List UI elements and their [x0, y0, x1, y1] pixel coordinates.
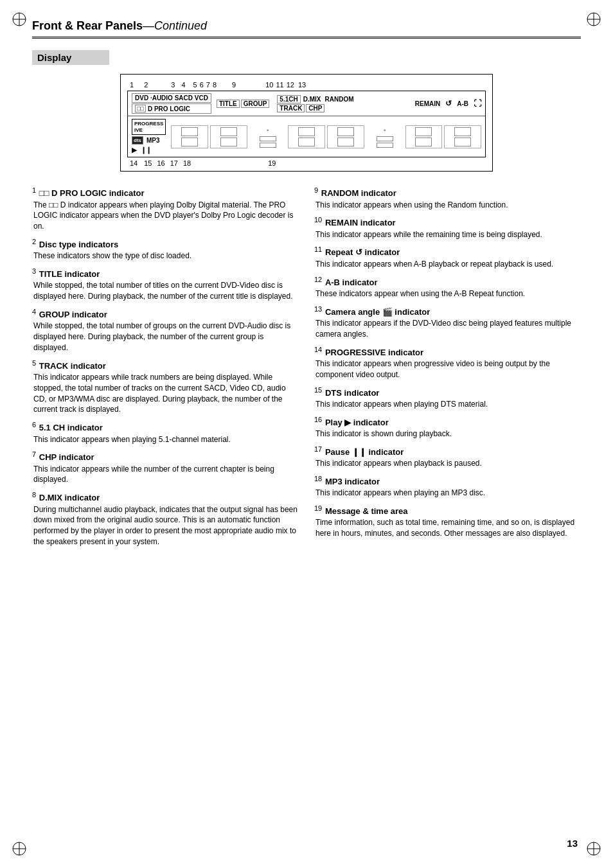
item-6-body: This indicator appears when playing 5.1-…	[32, 434, 299, 445]
panel-chp: CHP	[306, 104, 324, 112]
panel-pause-icon: ❙❙	[141, 146, 151, 154]
diag-num-16: 16	[157, 159, 165, 167]
panel-dts: dts	[132, 136, 143, 145]
item-9-title: RANDOM indicator	[321, 189, 396, 199]
panel-progressive: PROGRESSIVE	[132, 119, 166, 135]
item-4: 4 GROUP indicator While stopped, the tot…	[32, 308, 299, 353]
panel-title: TITLE	[217, 100, 240, 108]
panel-dd-pro-logic: □□ D PRO LOGIC	[132, 103, 211, 114]
section-heading: Display	[32, 50, 109, 65]
panel-play-icon: ▶	[132, 146, 137, 154]
item-5: 5 TRACK indicator This indicator appears…	[32, 360, 299, 416]
diag-num-5: 5	[193, 81, 197, 89]
item-7-body: This indicator appears while the number …	[32, 464, 299, 486]
item-2-title: Disc type indicators	[39, 240, 119, 249]
panel-group: GROUP	[241, 100, 270, 108]
item-19-body: Time information, such as total time, re…	[314, 517, 581, 539]
content-area: 1 □□ D PRO LOGIC indicator The □□ D indi…	[32, 187, 581, 554]
digit-1	[171, 125, 208, 148]
item-4-title: GROUP indicator	[39, 310, 107, 319]
page-title: Front & Rear Panels—Continued	[32, 19, 207, 32]
item-12-title: A-B indicator	[325, 278, 378, 287]
item-14-title: PROGRESSIVE indicator	[325, 348, 423, 357]
panel-track: TRACK	[277, 104, 305, 112]
diag-num-14: 14	[130, 159, 138, 167]
item-18-title: MP3 indicator	[325, 477, 380, 486]
digit-7	[405, 125, 443, 148]
diag-num-2: 2	[144, 81, 148, 89]
item-15-title: DTS indicator	[325, 388, 380, 398]
item-7: 7 CHP indicator This indicator appears w…	[32, 451, 299, 485]
item-13-body: This indicator appears if the DVD-Video …	[314, 318, 581, 340]
diag-num-8: 8	[213, 81, 217, 89]
digit-3: ·	[249, 125, 287, 148]
item-18: 18 MP3 indicator This indicator appears …	[314, 475, 581, 499]
right-column: 9 RANDOM indicator This indicator appear…	[314, 187, 581, 554]
diag-num-10: 10	[265, 81, 273, 89]
page-header: Front & Rear Panels—Continued	[32, 19, 581, 39]
diag-num-11: 11	[276, 81, 283, 89]
diag-num-9: 9	[232, 81, 236, 89]
diag-num-6: 6	[200, 81, 204, 89]
display-panel: DVD ·AUDIO SACD VCD □□ D PRO LOGIC TITLE…	[127, 91, 486, 157]
item-10-title: REMAIN indicator	[325, 218, 396, 228]
digit-6: ·	[366, 125, 404, 148]
item-18-body: This indicator appears when playing an M…	[314, 488, 581, 499]
corner-mark-tr	[584, 10, 603, 29]
item-17-body: This indicator appears when playback is …	[314, 458, 581, 469]
item-16-title: Play ▶ indicator	[325, 418, 389, 427]
item-5-body: This indicator appears while track numbe…	[32, 372, 299, 415]
item-14-body: This indicator appears when progressive …	[314, 359, 581, 380]
digit-2	[210, 125, 247, 148]
panel-dvd-label: DVD ·AUDIO SACD VCD	[132, 93, 211, 103]
item-10-body: This indicator appears while the remaini…	[314, 229, 581, 240]
item-1: 1 □□ D PRO LOGIC indicator The □□ D indi…	[32, 187, 299, 232]
digit-8	[444, 125, 481, 148]
item-3-body: While stopped, the total number of title…	[32, 280, 299, 302]
panel-51ch: 5.1CH	[277, 95, 300, 103]
left-column: 1 □□ D PRO LOGIC indicator The □□ D indi…	[32, 187, 299, 554]
item-9: 9 RANDOM indicator This indicator appear…	[314, 187, 581, 210]
corner-mark-br	[584, 839, 603, 858]
item-3-title: TITLE indicator	[39, 269, 100, 279]
item-11-title: Repeat ↺ indicator	[325, 248, 400, 258]
display-diagram: 1 2 3 4 5 6 7 8 9 10 11 12 13 DVD ·AUDIO…	[120, 74, 493, 172]
item-15: 15 DTS indicator This indicator appears …	[314, 387, 581, 410]
corner-mark-bl	[10, 839, 29, 858]
diag-num-12: 12	[287, 81, 294, 89]
item-12-body: These indicators appear when using the A…	[314, 288, 581, 299]
item-8-title: D.MIX indicator	[39, 493, 100, 503]
item-10: 10 REMAIN indicator This indicator appea…	[314, 217, 581, 240]
digit-5	[327, 125, 364, 148]
corner-mark-tl	[10, 10, 29, 29]
panel-camera-icon: ⛶	[474, 99, 481, 108]
diag-num-4: 4	[181, 81, 185, 89]
item-4-body: While stopped, the total number of group…	[32, 321, 299, 353]
panel-row1: DVD ·AUDIO SACD VCD □□ D PRO LOGIC TITLE…	[128, 91, 485, 116]
item-1-title: □□ D PRO LOGIC indicator	[39, 189, 145, 199]
item-2: 2 Disc type indicators These indicators …	[32, 238, 299, 261]
diag-num-15: 15	[144, 159, 152, 167]
item-17: 17 Pause ❙❙ indicator This indicator app…	[314, 446, 581, 469]
item-13-title: Camera angle 🎬 indicator	[325, 307, 430, 317]
diag-num-17: 17	[170, 159, 178, 167]
item-19: 19 Message & time area Time information,…	[314, 505, 581, 539]
panel-random: RANDOM	[324, 96, 355, 103]
diag-num-1: 1	[130, 81, 134, 89]
item-17-title: Pause ❙❙ indicator	[325, 447, 404, 457]
item-6-title: 5.1 CH indicator	[39, 423, 103, 433]
panel-remain: REMAIN	[414, 100, 441, 107]
item-9-body: This indicator appears when using the Ra…	[314, 200, 581, 211]
item-16: 16 Play ▶ indicator This indicator is sh…	[314, 416, 581, 439]
item-15-body: This indicator appears when playing DTS …	[314, 399, 581, 410]
item-6: 6 5.1 CH indicator This indicator appear…	[32, 421, 299, 445]
item-16-body: This indicator is shown during playback.	[314, 429, 581, 439]
item-3: 3 TITLE indicator While stopped, the tot…	[32, 268, 299, 302]
item-7-title: CHP indicator	[39, 453, 94, 463]
digit-4	[288, 125, 325, 148]
panel-repeat-icon: ↺	[445, 99, 452, 108]
item-8-body: During multichannel audio playback, indi…	[32, 504, 299, 547]
item-12: 12 A-B indicator These indicators appear…	[314, 276, 581, 299]
item-1-body: The □□ D indicator appears when playing …	[32, 200, 299, 232]
diag-num-18: 18	[183, 159, 191, 167]
